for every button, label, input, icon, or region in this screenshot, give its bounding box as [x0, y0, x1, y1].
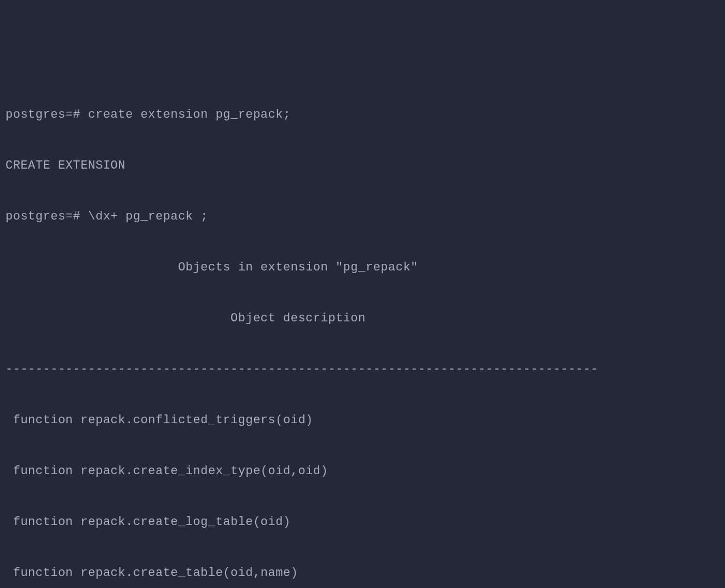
terminal-line: function repack.create_index_type(oid,oi… — [5, 463, 720, 480]
terminal-line: postgres=# \dx+ pg_repack ; — [5, 208, 720, 225]
terminal-line: postgres=# create extension pg_repack; — [5, 106, 720, 123]
terminal-line: Object description — [5, 310, 720, 327]
terminal-line: Objects in extension "pg_repack" — [5, 259, 720, 276]
terminal-line: ----------------------------------------… — [5, 361, 720, 378]
terminal-line: function repack.create_table(oid,name) — [5, 564, 720, 581]
terminal-line: function repack.conflicted_triggers(oid) — [5, 412, 720, 429]
terminal-output: postgres=# create extension pg_repack; C… — [5, 72, 720, 588]
terminal-line: function repack.create_log_table(oid) — [5, 514, 720, 531]
terminal-line: CREATE EXTENSION — [5, 157, 720, 174]
